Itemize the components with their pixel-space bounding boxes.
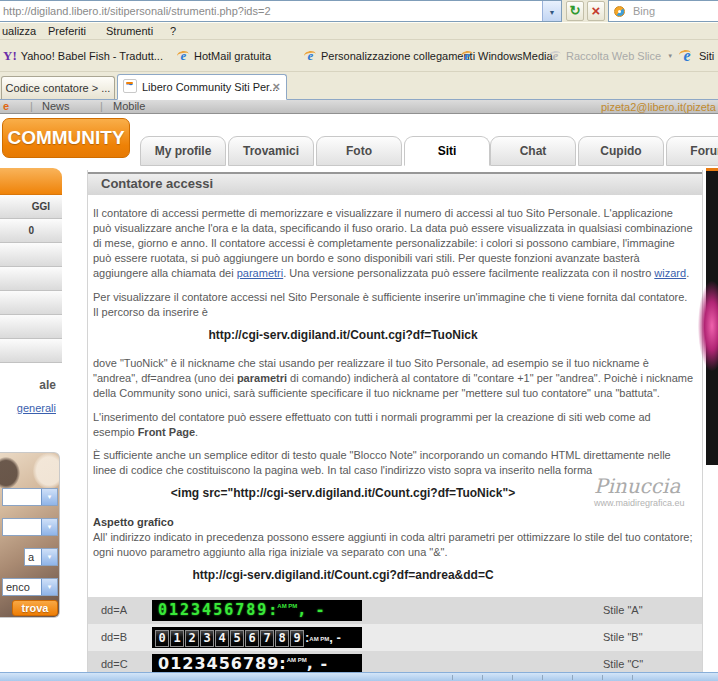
chevron-down-icon: ▼ [41, 519, 57, 535]
tab-foto[interactable]: Foto [316, 136, 402, 166]
favorite-siti[interactable]: e Siti [679, 40, 714, 71]
tab-chat[interactable]: Chat [490, 136, 576, 166]
favorite-hotmail[interactable]: e HotMail gratuita [177, 40, 271, 71]
favorite-label: Personalizzazione collegamenti [321, 50, 475, 62]
community-header: COMMUNITY My profile Trovamici Foto Siti… [0, 114, 718, 166]
counter-digit: 9 [290, 630, 304, 647]
sidebar-item[interactable] [0, 243, 62, 267]
menu-preferiti[interactable]: Preferiti [48, 24, 86, 39]
page-title: Contatore accessi [88, 172, 702, 195]
ie-icon: e [461, 48, 474, 63]
favorite-personalizzazione[interactable]: e Personalizzazione collegamenti [304, 40, 475, 71]
address-bar[interactable]: http://digiland.libero.it/sitipersonali/… [0, 0, 562, 22]
browser-tab-libero-community[interactable]: Libero Community Siti Per... × [117, 74, 287, 100]
main-content: Contatore accessi Il contatore di access… [87, 170, 703, 672]
watermark-site: www.maidiregrafica.eu [594, 498, 685, 508]
tick-mark [572, 675, 573, 680]
close-tab-icon[interactable]: × [272, 75, 280, 99]
menu-strumenti[interactable]: Strumenti [106, 24, 153, 39]
counter-image-style-b: 0123456789:AM PM, - [152, 627, 362, 648]
tick-mark [512, 675, 513, 680]
counter-param: dd=B [101, 624, 127, 651]
counter-image-style-a: 0123456789:AM PM, - [152, 600, 362, 621]
bottom-edge-bar [0, 672, 718, 681]
topbar-link-news[interactable]: News [42, 100, 70, 113]
counter-ampm: AM PM [309, 636, 329, 642]
address-dropdown-button[interactable]: ▼ [542, 1, 561, 21]
browser-tab-band: Codice contatore > ... Libero Community … [0, 72, 718, 100]
counter-digits: 0123456789 [158, 654, 279, 673]
watermark-name: Pinuccia [594, 474, 702, 498]
link-parametri[interactable]: parametri [237, 267, 283, 279]
sidebar-item-messaggi[interactable]: GGI [0, 195, 62, 219]
favorite-windowsmedia[interactable]: e WindowsMedia [461, 40, 553, 71]
libero-topbar: e | News | Mobile pizeta2@libero.it(pize… [0, 100, 718, 114]
search-engine-label[interactable]: Bing [633, 1, 655, 22]
finder-select-age[interactable]: a▼ [24, 548, 58, 566]
paragraph-frontpage: L'inserimento del contatore può essere e… [93, 410, 694, 440]
tab-trovamici[interactable]: Trovamici [228, 136, 314, 166]
counter-digits: 0123456789 [155, 628, 305, 647]
counter-url-styled: http://cgi-serv.digiland.it/Count.cgi?df… [93, 568, 593, 582]
counter-digit: 6 [245, 630, 259, 647]
tick-mark [602, 675, 603, 680]
finder-select-2[interactable]: ▼ [2, 518, 58, 536]
chevron-down-icon: ▼ [41, 579, 57, 595]
account-email[interactable]: pizeta2@libero.it(pizeta [601, 101, 716, 114]
community-logo[interactable]: COMMUNITY [2, 118, 130, 158]
sidebar-link-generali[interactable]: generali [0, 402, 56, 414]
browser-tab-codice-contatore[interactable]: Codice contatore > ... [1, 76, 115, 99]
tab-siti[interactable]: Siti [404, 136, 490, 166]
chevron-down-icon: ▼ [549, 9, 556, 16]
ie-icon: e [177, 48, 190, 63]
counter-colon: : [268, 601, 277, 619]
partner-finder-widget: ▼ ▼ a▼ enco▼ trova [0, 452, 60, 618]
libero-favicon [123, 79, 137, 93]
tab-cupido[interactable]: Cupido [578, 136, 664, 166]
menu-visualizza[interactable]: ualizza [2, 24, 36, 39]
address-url[interactable]: http://digiland.libero.it/sitipersonali/… [3, 1, 271, 21]
tab-my-profile[interactable]: My profile [140, 136, 226, 166]
counter-row-b: dd=B 0123456789:AM PM, - Stile "B" [88, 624, 702, 651]
counter-ampm: AM PM [287, 657, 307, 663]
sidebar-item[interactable] [0, 339, 62, 363]
stop-button[interactable]: × [587, 1, 605, 21]
favorite-yahoo-babelfish[interactable]: Y! Yahoo! Babel Fish - Tradutt... [3, 40, 163, 71]
text: . Una versione personalizzata può essere… [283, 267, 654, 279]
finder-select-1[interactable]: ▼ [2, 488, 58, 506]
favorite-web-slice[interactable]: e Raccolta Web Slice ▼ [549, 40, 673, 71]
finder-select-elenco[interactable]: enco▼ [2, 578, 58, 596]
trova-button[interactable]: trova [12, 600, 58, 616]
bing-icon [614, 6, 625, 17]
ie-icon: e [679, 47, 695, 65]
favorite-label: Yahoo! Babel Fish - Tradutt... [21, 50, 163, 62]
counter-colon: : [279, 654, 286, 673]
counter-digit: 2 [185, 630, 199, 647]
chevron-down-icon: ▼ [41, 549, 57, 565]
divider: | [100, 100, 103, 113]
favorite-label: Raccolta Web Slice [566, 50, 661, 62]
menu-help[interactable]: ? [170, 24, 176, 39]
libero-logo-fragment: e [3, 100, 9, 113]
counter-digit: 7 [260, 630, 274, 647]
browser-window: http://digiland.libero.it/sitipersonali/… [0, 0, 718, 681]
sidebar-item[interactable] [0, 267, 62, 291]
favorite-label: HotMail gratuita [194, 50, 271, 62]
search-box[interactable]: Bing [608, 0, 718, 22]
link-wizard[interactable]: wizard [654, 267, 686, 279]
topbar-link-mobile[interactable]: Mobile [113, 100, 145, 113]
counter-digit: 0 [155, 630, 169, 647]
browser-chrome: http://digiland.libero.it/sitipersonali/… [0, 0, 718, 100]
tick-mark [452, 675, 453, 680]
sidebar-item[interactable] [0, 315, 62, 339]
sidebar-item[interactable] [0, 291, 62, 315]
bold-parametri: parametri [237, 372, 287, 384]
sidebar-item-web20[interactable]: 0 [0, 219, 62, 243]
chevron-down-icon: ▼ [667, 53, 673, 59]
counter-ampm: AM PM [277, 603, 297, 609]
chevron-down-icon: ▼ [41, 489, 57, 505]
counter-digit: 5 [230, 630, 244, 647]
refresh-button[interactable]: ↻ [566, 1, 584, 21]
counter-param: dd=A [101, 597, 127, 624]
tab-forum[interactable]: Forum [666, 136, 718, 166]
